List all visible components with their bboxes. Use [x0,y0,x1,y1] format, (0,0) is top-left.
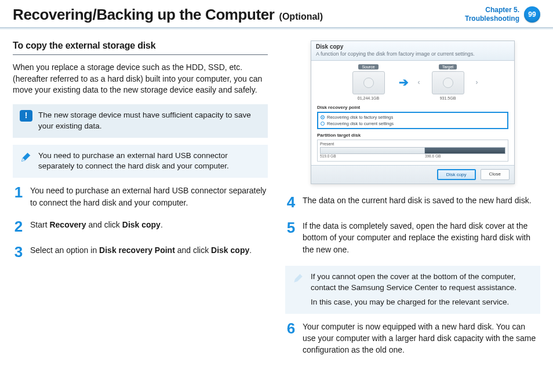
step-1: 1 You need to purchase an external hard … [13,185,268,208]
radio-icon [321,122,325,126]
partition-sizes: 519.0 GB 398.6 GB [320,154,505,158]
recovery-option-current-label: Recovering disk to current settings [327,121,394,126]
callout-warning-text: The new storage device must have suffici… [38,110,261,132]
step-5-text: If the data is completely saved, open th… [303,220,540,255]
target-group: ‹ Target 931.5GB › [416,64,481,100]
chapter-line-2: Troubleshooting [465,14,519,23]
disk-copy-button[interactable]: Disk copy [437,169,476,180]
service-tip-p1: If you cannot open the cover at the bott… [311,272,533,294]
chapter-wrap: Chapter 5. Troubleshooting 99 [465,6,540,23]
page-title-optional: (Optional) [279,12,323,22]
exclamation-icon: ! [20,110,32,122]
window-body: Source 01,244.1GB ➔ ‹ Target 931.5GB › [311,61,514,162]
service-tip-p2: In this case, you may be charged for the… [311,297,533,308]
partition-segment-2 [425,148,505,153]
hard-disk-icon [432,71,464,94]
step-3-text: Select an option in Disk recovery Point … [30,244,252,256]
step-2: 2 Start Recovery and click Disk copy. [13,219,268,234]
target-disk-label: Target [439,64,457,69]
chapter-text: Chapter 5. Troubleshooting [465,6,519,23]
step-number-5: 5 [285,220,297,235]
hard-disk-icon [352,71,385,94]
next-target-button[interactable]: › [474,78,481,86]
left-column: To copy the external storage disk When y… [13,41,268,366]
source-disk: Source 01,244.1GB [345,64,392,100]
recovery-point-box: Recovering disk to factory settings Reco… [317,112,508,129]
step-6-text: Your computer is now equipped with a new… [303,321,540,356]
step-number-3: 3 [13,244,24,259]
step-number-2: 2 [13,219,24,234]
partition-bar [320,147,505,154]
step-4-text: The data on the current hard disk is sav… [303,195,532,206]
window-titlebar: Disk copy A function for copying the dis… [311,41,514,61]
note-icon [20,151,32,163]
partition-size-2: 398.6 GB [425,154,505,158]
close-button[interactable]: Close [481,169,510,180]
title-wrap: Recovering/Backing up the Computer (Opti… [13,6,323,24]
recovery-point-title: Disk recovery point [317,105,508,110]
step-1-text: You need to purchase an external hard US… [30,185,268,208]
partition-segment-1 [321,148,425,153]
prev-target-button[interactable]: ‹ [416,78,423,86]
partition-size-1: 519.0 GB [320,154,425,158]
step-number-4: 4 [285,195,297,210]
partition-box: Present 519.0 GB 398.6 GB [317,140,508,162]
page-header: Recovering/Backing up the Computer (Opti… [0,0,553,27]
section-title: To copy the external storage disk [13,41,268,55]
recovery-option-current[interactable]: Recovering disk to current settings [321,120,505,127]
step-number-6: 6 [285,321,297,336]
recovery-option-factory-label: Recovering disk to factory settings [327,115,393,120]
chapter-line-1: Chapter 5. [465,6,519,14]
step-6: 6 Your computer is now equipped with a n… [285,321,540,356]
columns: To copy the external storage disk When y… [0,30,553,366]
step-5: 5 If the data is completely saved, open … [285,220,540,255]
source-capacity: 01,244.1GB [358,96,379,100]
disk-row: Source 01,244.1GB ➔ ‹ Target 931.5GB › [317,64,508,100]
partition-present-label: Present [320,142,505,146]
page-title: Recovering/Backing up the Computer [13,6,275,24]
partition-title: Partition target disk [317,133,508,138]
callout-service-tip: If you cannot open the cover at the bott… [285,266,540,314]
target-disk: Target 931.5GB [425,64,471,100]
window-footer: Disk copy Close [311,165,514,184]
arrow-right-icon: ➔ [399,75,409,89]
window-title: Disk copy [316,43,510,50]
target-capacity: 931.5GB [440,96,456,100]
source-disk-label: Source [358,64,378,69]
callout-warning: ! The new storage device must have suffi… [13,104,268,138]
callout-tip-text: You need to purchase an external hard US… [38,151,261,173]
window-subtitle: A function for copying the disk from fac… [316,51,475,57]
step-number-1: 1 [13,185,24,200]
callout-tip: You need to purchase an external hard US… [13,145,268,178]
callout-service-text: If you cannot open the cover at the bott… [311,272,533,308]
recovery-option-factory[interactable]: Recovering disk to factory settings [321,114,505,120]
page-number-badge: 99 [524,6,540,23]
step-2-text: Start Recovery and click Disk copy. [30,219,163,230]
right-column: Disk copy A function for copying the dis… [285,41,540,366]
intro-paragraph: When you replace a storage device such a… [13,62,268,96]
note-icon [292,272,305,284]
radio-icon [321,115,325,119]
step-3: 3 Select an option in Disk recovery Poin… [13,244,268,259]
disk-copy-window: Disk copy A function for copying the dis… [311,41,515,184]
step-4: 4 The data on the current hard disk is s… [285,195,540,210]
